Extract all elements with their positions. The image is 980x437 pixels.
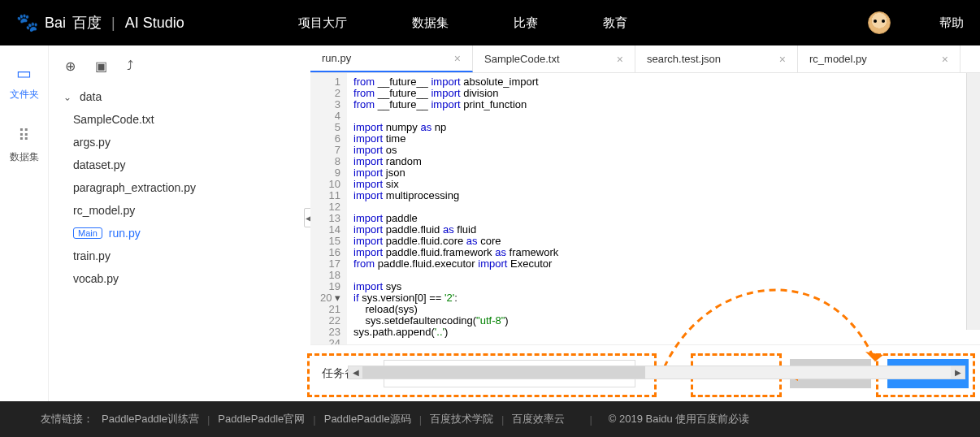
footer-link[interactable]: PaddlePaddle源码 bbox=[324, 412, 411, 426]
new-folder-icon[interactable]: ▣ bbox=[95, 58, 107, 74]
upload-icon[interactable]: ⤴ bbox=[127, 58, 133, 74]
footer-link[interactable]: PaddlePaddle训练营 bbox=[102, 412, 199, 426]
tree-file[interactable]: dataset.py bbox=[49, 154, 310, 176]
file-tree: ⊕ ▣ ⤴ data SampleCode.txt args.py datase… bbox=[49, 45, 310, 401]
tree-file[interactable]: vocab.py bbox=[49, 267, 310, 290]
nav-education[interactable]: 教育 bbox=[603, 15, 627, 31]
brand-sub: 百度 bbox=[72, 13, 102, 32]
close-icon[interactable]: × bbox=[942, 53, 948, 66]
main-badge: Main bbox=[73, 227, 102, 239]
scroll-right-icon[interactable]: ▶ bbox=[951, 366, 965, 379]
editor-tabs: run.py× SampleCode.txt× search.test.json… bbox=[310, 45, 980, 73]
tab-search-json[interactable]: search.test.json× bbox=[635, 45, 798, 72]
dataset-icon: ⠿ bbox=[0, 126, 48, 145]
folder-icon: ▭ bbox=[0, 63, 48, 83]
code-editor[interactable]: 1234567891011121314151617181920 ▾2122232… bbox=[310, 73, 980, 344]
close-icon[interactable]: × bbox=[779, 53, 786, 66]
brand-separator: | bbox=[111, 15, 115, 32]
tree-file[interactable]: SampleCode.txt bbox=[49, 108, 310, 131]
tab-run-py[interactable]: run.py× bbox=[310, 45, 473, 72]
footer-link[interactable]: PaddlePaddle官网 bbox=[218, 412, 305, 426]
logo[interactable]: 🐾 Bai 百度 | AI Studio bbox=[16, 12, 184, 33]
scroll-left-icon[interactable]: ◀ bbox=[349, 366, 362, 379]
top-nav: 🐾 Bai 百度 | AI Studio 项目大厅 数据集 比赛 教育 帮助 bbox=[0, 0, 980, 45]
footer-link[interactable]: 百度技术学院 bbox=[430, 412, 493, 426]
tree-file[interactable]: args.py bbox=[49, 131, 310, 154]
rail-files-label: 文件夹 bbox=[0, 88, 48, 102]
horizontal-scrollbar[interactable]: ◀ ▶ bbox=[348, 366, 965, 379]
rail-files[interactable]: ▭ 文件夹 bbox=[0, 63, 48, 102]
editor-area: ◀ run.py× SampleCode.txt× search.test.js… bbox=[310, 45, 980, 401]
left-rail: ▭ 文件夹 ⠿ 数据集 bbox=[0, 45, 49, 401]
brand-main: Bai bbox=[45, 15, 66, 32]
tree-file[interactable]: train.py bbox=[49, 244, 310, 267]
footer-copyright: © 2019 Baidu 使用百度前必读 bbox=[609, 412, 750, 426]
nav-help[interactable]: 帮助 bbox=[939, 15, 964, 31]
brand-right: AI Studio bbox=[125, 15, 184, 32]
tab-rc-model[interactable]: rc_model.py× bbox=[798, 45, 960, 72]
new-file-icon[interactable]: ⊕ bbox=[65, 58, 76, 74]
tree-file-active[interactable]: Main run.py bbox=[49, 222, 310, 244]
tree-folder-data[interactable]: data bbox=[49, 85, 310, 108]
close-icon[interactable]: × bbox=[617, 53, 623, 66]
footer: 友情链接： PaddlePaddle训练营| PaddlePaddle官网| P… bbox=[0, 401, 980, 437]
tree-file[interactable]: rc_model.py bbox=[49, 199, 310, 222]
rail-dataset[interactable]: ⠿ 数据集 bbox=[0, 126, 48, 164]
nav-datasets[interactable]: 数据集 bbox=[412, 15, 449, 31]
vertical-scrollbar[interactable] bbox=[966, 73, 980, 330]
close-icon[interactable]: × bbox=[454, 52, 461, 65]
nav-items: 项目大厅 数据集 比赛 教育 bbox=[298, 15, 627, 31]
nav-competitions[interactable]: 比赛 bbox=[514, 15, 538, 31]
paw-icon: 🐾 bbox=[16, 12, 38, 33]
code-content[interactable]: from __future__ import absolute_importfr… bbox=[347, 73, 565, 344]
nav-projects[interactable]: 项目大厅 bbox=[298, 15, 347, 31]
line-gutter: 1234567891011121314151617181920 ▾2122232… bbox=[310, 73, 347, 344]
footer-link[interactable]: 百度效率云 bbox=[512, 412, 565, 426]
avatar[interactable] bbox=[868, 11, 891, 34]
footer-prefix: 友情链接： bbox=[41, 412, 93, 426]
rail-dataset-label: 数据集 bbox=[0, 150, 48, 164]
tree-toolbar: ⊕ ▣ ⤴ bbox=[49, 54, 310, 85]
tree-file[interactable]: paragraph_extraction.py bbox=[49, 176, 310, 199]
tab-samplecode[interactable]: SampleCode.txt× bbox=[473, 45, 635, 72]
